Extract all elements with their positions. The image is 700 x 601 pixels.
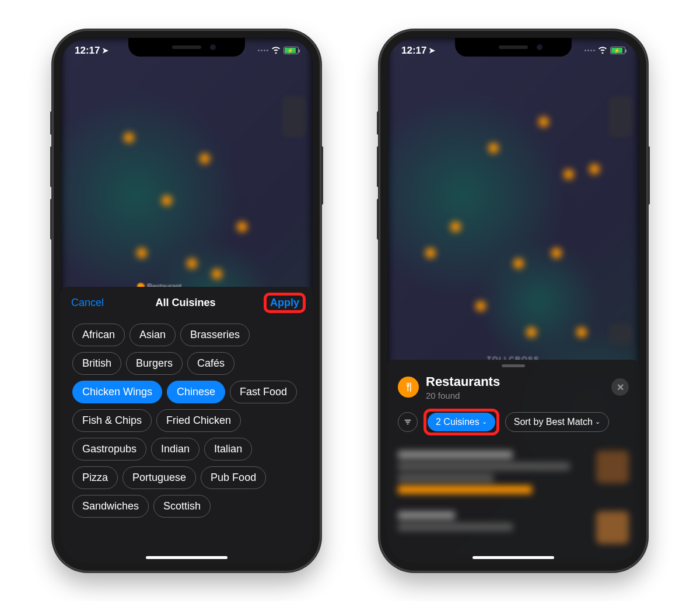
sheet-grabber[interactable] xyxy=(502,364,525,367)
phone-frame-right: 12:17 ➤ TOLLC xyxy=(379,30,648,572)
battery-icon xyxy=(610,47,625,54)
cancel-button[interactable]: Cancel xyxy=(71,297,104,309)
cuisine-chip[interactable]: Gastropubs xyxy=(72,438,146,461)
cellular-icon xyxy=(258,50,268,51)
cuisine-chip[interactable]: African xyxy=(72,324,125,346)
cuisine-chip[interactable]: Chinese xyxy=(167,381,225,403)
sheet-header: Cancel All Cuisines Apply xyxy=(61,287,313,318)
filter-row: 2 Cuisines ⌄ Sort by Best Match ⌄ xyxy=(387,406,639,444)
cuisine-chip[interactable]: Sandwiches xyxy=(72,495,149,518)
close-button[interactable]: ✕ xyxy=(611,378,629,396)
results-header: Restaurants 20 found ✕ xyxy=(387,372,639,406)
apply-button[interactable]: Apply xyxy=(270,297,299,308)
result-item[interactable] xyxy=(387,444,639,504)
cuisine-filter-pill[interactable]: 2 Cuisines ⌄ xyxy=(428,413,495,431)
cuisine-chip[interactable]: Scottish xyxy=(153,495,211,518)
cuisine-chip[interactable]: British xyxy=(72,352,121,375)
battery-icon xyxy=(284,47,299,54)
result-thumbnail xyxy=(596,511,629,544)
cuisine-chip[interactable]: Cafés xyxy=(187,352,235,375)
apply-highlight: Apply xyxy=(264,293,306,313)
cuisine-chip[interactable]: Brasseries xyxy=(180,324,250,346)
wifi-icon xyxy=(597,45,608,55)
screen-left: 12:17 ➤ 🟠 Restaurant Can xyxy=(61,38,313,564)
cuisine-filter-highlight: 2 Cuisines ⌄ xyxy=(424,409,499,435)
home-indicator[interactable] xyxy=(473,556,554,559)
home-indicator[interactable] xyxy=(146,556,228,559)
map-controls[interactable] xyxy=(282,96,306,137)
cuisine-chip[interactable]: Italian xyxy=(204,438,252,461)
chevron-down-icon: ⌄ xyxy=(595,418,600,426)
map-location-button[interactable] xyxy=(609,324,632,345)
sort-label: Sort by Best Match xyxy=(514,417,593,427)
cuisine-chip[interactable]: Fish & Chips xyxy=(72,409,152,432)
restaurant-category-icon xyxy=(398,377,419,398)
cuisine-filter-sheet: Cancel All Cuisines Apply AfricanAsianBr… xyxy=(61,287,313,564)
cuisine-chip[interactable]: Asian xyxy=(130,324,176,346)
location-services-icon: ➤ xyxy=(102,46,108,55)
screen-right: 12:17 ➤ TOLLC xyxy=(387,38,639,564)
chevron-down-icon: ⌄ xyxy=(482,418,487,426)
cuisine-chip[interactable]: Portuguese xyxy=(123,466,196,489)
cuisine-chip[interactable]: Burgers xyxy=(126,352,183,375)
notch xyxy=(128,38,245,57)
cuisine-chip-list: AfricanAsianBrasseriesBritishBurgersCafé… xyxy=(61,318,313,523)
status-time: 12:17 xyxy=(75,45,100,57)
sheet-title: All Cuisines xyxy=(155,297,215,309)
cuisine-chip[interactable]: Fast Food xyxy=(230,381,297,403)
notch xyxy=(455,38,572,57)
status-time: 12:17 xyxy=(401,45,426,57)
cuisine-chip[interactable]: Indian xyxy=(151,438,200,461)
location-services-icon: ➤ xyxy=(429,46,435,55)
results-sheet: Restaurants 20 found ✕ 2 Cuisines ⌄ Sort… xyxy=(387,360,639,564)
cellular-icon xyxy=(584,50,595,51)
result-thumbnail xyxy=(596,451,629,483)
results-count: 20 found xyxy=(426,391,604,400)
result-item[interactable] xyxy=(387,504,639,551)
filter-icon-button[interactable] xyxy=(398,412,418,432)
cuisine-chip[interactable]: Pizza xyxy=(72,466,118,489)
cuisine-filter-label: 2 Cuisines xyxy=(436,417,480,427)
map-controls[interactable] xyxy=(609,96,632,137)
sort-pill[interactable]: Sort by Best Match ⌄ xyxy=(505,412,609,432)
wifi-icon xyxy=(271,45,281,55)
cuisine-chip[interactable]: Fried Chicken xyxy=(156,409,241,432)
cuisine-chip[interactable]: Pub Food xyxy=(201,466,266,489)
cuisine-chip[interactable]: Chicken Wings xyxy=(72,381,162,403)
results-title: Restaurants xyxy=(426,374,604,389)
phone-frame-left: 12:17 ➤ 🟠 Restaurant Can xyxy=(52,30,321,572)
